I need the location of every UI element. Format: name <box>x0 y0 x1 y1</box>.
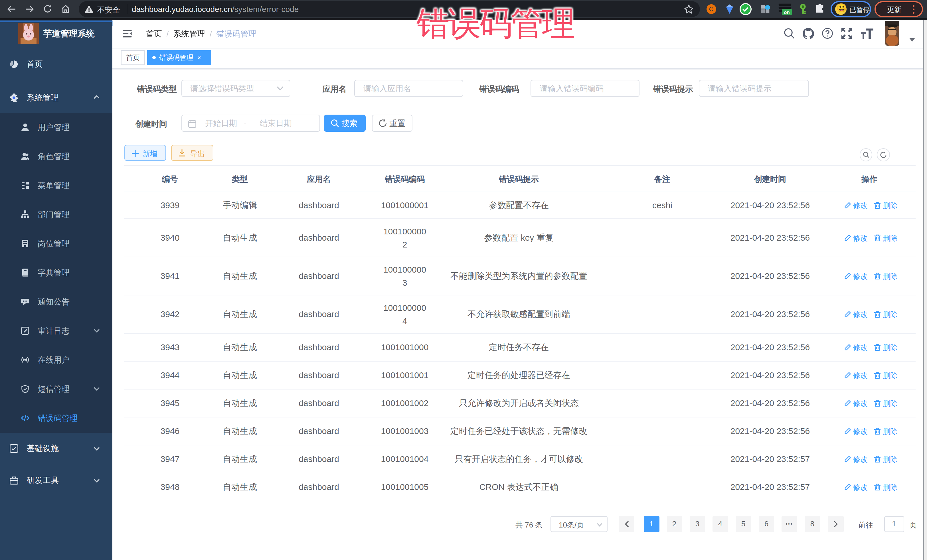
svg-text:on: on <box>784 10 790 15</box>
